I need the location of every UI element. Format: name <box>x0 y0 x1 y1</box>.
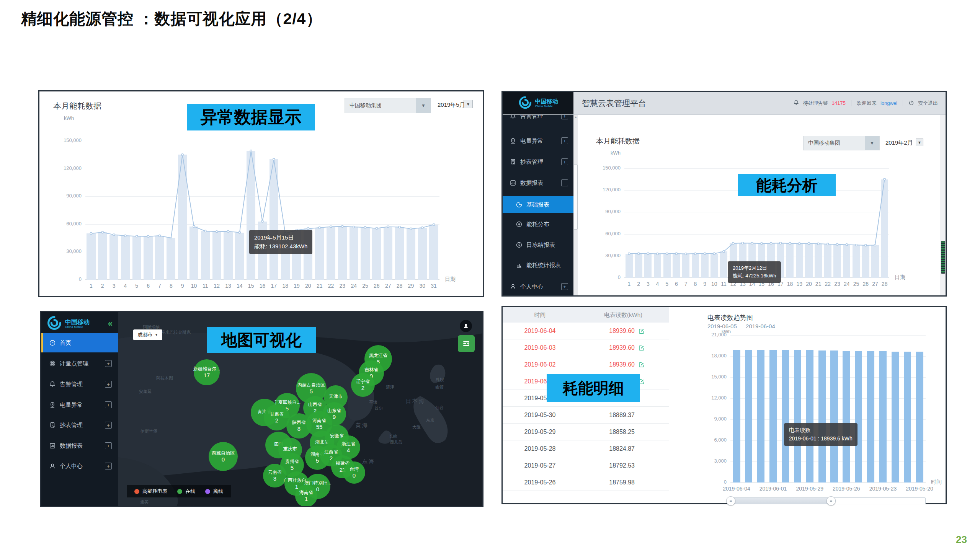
table-row[interactable]: 2019-06-0418939.60 <box>503 323 669 339</box>
bar-25[interactable] <box>361 227 369 280</box>
table-row[interactable]: 2019-05-3018889.37 <box>503 407 669 424</box>
bar-2019-06-04[interactable] <box>733 350 740 483</box>
table-row[interactable]: 2019-05-2818824.87 <box>503 440 669 457</box>
expand-toggle-icon[interactable]: + <box>105 463 112 469</box>
bar-24[interactable] <box>843 245 850 278</box>
bar-30[interactable] <box>418 228 427 280</box>
sidebar-collapse-button[interactable]: « <box>108 319 113 329</box>
bar-25[interactable] <box>853 245 860 278</box>
map-bubble[interactable]: 海南省1 <box>295 485 317 506</box>
scrollbar-thumb[interactable] <box>574 165 578 230</box>
city-select[interactable]: 成都市 ▼ <box>133 329 162 340</box>
bar-8[interactable] <box>167 238 175 280</box>
bar-23[interactable] <box>833 245 841 278</box>
logout-button[interactable]: 安全退出 <box>918 100 938 107</box>
sidebar-item-alarm-mgmt[interactable]: 告警管理+ <box>503 115 573 124</box>
bar-21[interactable] <box>315 228 324 280</box>
sidebar-item-meter-reading[interactable]: 抄表管理+ <box>41 417 118 433</box>
sidebar-item-energy-distribution[interactable]: 能耗分布 <box>503 217 573 232</box>
bar-9[interactable] <box>701 254 708 278</box>
expand-toggle-icon[interactable]: + <box>105 381 112 388</box>
org-select[interactable]: 中国移动集团 ▼ <box>803 136 880 150</box>
sidebar-item-meter-reading[interactable]: 抄表管理+ <box>503 154 573 170</box>
bar-2019-05-31[interactable] <box>782 350 789 483</box>
expand-toggle-icon[interactable]: + <box>105 422 112 429</box>
date-range-slider[interactable]: = = <box>730 497 926 504</box>
table-row[interactable]: 2019-05-2718792.53 <box>503 457 669 474</box>
bar-13[interactable] <box>224 231 232 280</box>
chevron-down-icon[interactable]: ▼ <box>416 98 431 113</box>
bar-19[interactable] <box>796 244 803 278</box>
bar-23[interactable] <box>338 227 347 280</box>
user-avatar-button[interactable] <box>460 320 472 332</box>
bar-2019-05-24[interactable] <box>867 351 874 483</box>
sidebar-item-daily-freeze-report[interactable]: 日冻结报表 <box>503 237 573 253</box>
bar-2019-05-29[interactable] <box>806 350 813 483</box>
bar-2019-06-02[interactable] <box>757 350 764 483</box>
month-dropdown-button[interactable]: ▼ <box>464 100 473 108</box>
table-row[interactable]: 2019-06-0318939.60 <box>503 339 669 356</box>
map-bubble[interactable]: 辽宁省2 <box>351 373 375 397</box>
map-bubble[interactable]: 云南省3 <box>263 464 287 487</box>
table-row[interactable]: 2019-05-2918858.25 <box>503 424 669 440</box>
bar-29[interactable] <box>407 229 415 280</box>
bar-5[interactable] <box>132 236 141 280</box>
month-dropdown-button[interactable]: ▼ <box>916 139 923 146</box>
bar-28[interactable] <box>395 227 404 280</box>
bar-17[interactable] <box>270 159 278 280</box>
sidebar-item-data-reports[interactable]: 数据报表− <box>503 175 573 191</box>
map-bubble[interactable]: 台湾0 <box>343 461 365 484</box>
bar-27[interactable] <box>871 245 879 278</box>
bar-31[interactable] <box>429 225 438 280</box>
bar-2019-05-21[interactable] <box>904 352 911 483</box>
expand-toggle-icon[interactable]: + <box>105 442 112 449</box>
sidebar-item-personal-center[interactable]: 个人中心+ <box>41 458 118 474</box>
bar-22[interactable] <box>824 244 831 278</box>
bar-6[interactable] <box>673 254 680 278</box>
layer-list-button[interactable] <box>458 335 475 352</box>
username-link[interactable]: longwei <box>880 100 897 106</box>
expand-toggle-icon[interactable]: + <box>561 283 568 290</box>
bar-11[interactable] <box>720 251 727 278</box>
page-scrollbar[interactable] <box>940 115 946 295</box>
expand-toggle-icon[interactable]: + <box>561 158 568 165</box>
bar-2019-05-30[interactable] <box>794 350 801 483</box>
bar-27[interactable] <box>384 227 392 280</box>
bar-24[interactable] <box>350 227 358 280</box>
chevron-down-icon[interactable]: ▼ <box>865 136 879 150</box>
bar-1[interactable] <box>87 233 95 280</box>
sidebar-item-home[interactable]: 首页 <box>41 333 118 352</box>
bar-2019-05-26[interactable] <box>843 351 850 483</box>
edit-icon[interactable] <box>639 362 645 368</box>
expand-toggle-icon[interactable]: + <box>561 115 568 119</box>
sidebar-item-power-anomaly[interactable]: 电量异常+ <box>41 397 118 412</box>
bar-2[interactable] <box>98 232 107 280</box>
bar-4[interactable] <box>654 254 661 278</box>
bar-22[interactable] <box>327 227 335 280</box>
map-bubble[interactable]: 新疆维吾尔...17 <box>194 359 220 385</box>
bar-15[interactable] <box>247 151 255 280</box>
china-map[interactable]: 成都市 ▼ 地图可视化 高能耗电表在线离线 阿斯塔纳塞米巴拉金斯克阿拉木图安集延… <box>118 312 482 506</box>
sidebar-item-power-anomaly[interactable]: 电量异常+ <box>503 133 573 148</box>
table-row[interactable]: 2019-06-0218939.60 <box>503 356 669 373</box>
expand-toggle-icon[interactable]: − <box>561 179 568 186</box>
bar-26[interactable] <box>372 228 381 280</box>
table-row[interactable]: 2019-05-2618759.98 <box>503 474 669 491</box>
bar-20[interactable] <box>805 243 812 278</box>
edit-icon[interactable] <box>639 328 645 334</box>
expand-toggle-icon[interactable]: + <box>561 137 568 144</box>
pending-alerts-count[interactable]: 14175 <box>832 100 846 106</box>
bar-3[interactable] <box>644 254 652 278</box>
bar-6[interactable] <box>144 236 152 280</box>
bar-7[interactable] <box>155 236 164 280</box>
bar-21[interactable] <box>815 244 822 278</box>
bar-2019-05-22[interactable] <box>892 352 899 483</box>
bar-1[interactable] <box>626 254 633 278</box>
expand-toggle-icon[interactable]: + <box>105 360 112 367</box>
sidebar-item-basic-reports[interactable]: 基础报表 <box>503 196 573 213</box>
sidebar-item-personal-center[interactable]: 个人中心+ <box>503 279 573 294</box>
bar-4[interactable] <box>121 236 130 280</box>
bar-2019-05-23[interactable] <box>879 351 887 483</box>
bar-2019-05-27[interactable] <box>830 350 838 483</box>
bar-8[interactable] <box>692 254 699 278</box>
